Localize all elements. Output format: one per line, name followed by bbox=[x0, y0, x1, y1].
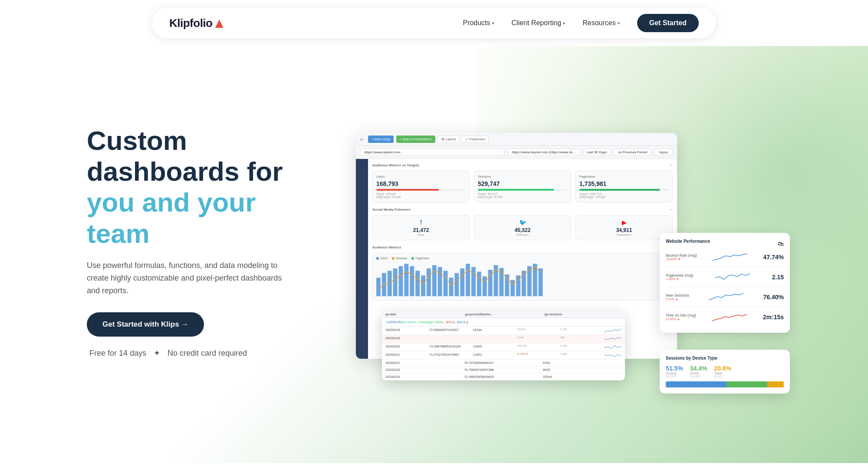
device-desktop: 51.5% Desktop 231,670 bbox=[666, 365, 683, 378]
mini-sparkline bbox=[604, 353, 621, 358]
social-facebook: f 21,472 Likes bbox=[372, 215, 470, 240]
device-bar-mobile bbox=[727, 381, 767, 387]
sessions-device-title: Sessions by Device Type bbox=[666, 356, 784, 361]
youtube-icon: ▶ bbox=[579, 219, 669, 226]
nav-item-resources[interactable]: Resources ▾ bbox=[582, 19, 619, 27]
navbar: Klipfolio▲ Products ▾ Client Reporting ▾… bbox=[152, 8, 716, 38]
nav-links: Products ▾ Client Reporting ▾ Resources … bbox=[463, 14, 699, 32]
perf-pageviews-sparkline bbox=[715, 271, 750, 282]
col-header-date: ga:date bbox=[385, 313, 462, 316]
tablet-label: Tablet bbox=[714, 372, 731, 375]
layout-button[interactable]: ⊞ Layout bbox=[438, 136, 459, 143]
add-klip-button[interactable]: + Add a Klip bbox=[368, 136, 394, 143]
nav-link-products[interactable]: Products ▾ bbox=[463, 19, 494, 27]
chevron-down-icon: ▾ bbox=[492, 21, 494, 26]
social-section-label: Social Media Followers ··· bbox=[372, 208, 673, 212]
perf-time-sparkline bbox=[712, 311, 747, 322]
nav-cta-button[interactable]: Get Started bbox=[637, 14, 699, 32]
perf-time-change: 21.62% ▲ bbox=[666, 318, 696, 321]
table-row: 20200219 2.54% 685 bbox=[382, 335, 625, 343]
website-performance-card: Website Performance 🛍 Bounce Rate (Avg) … bbox=[660, 233, 790, 333]
device-mobile: 34.4% Mobile 134,693 bbox=[690, 365, 707, 378]
mini-sparkline bbox=[604, 336, 621, 341]
mini-sparkline bbox=[604, 344, 621, 350]
svg-rect-16 bbox=[466, 264, 470, 296]
hero-text: Custom dashboards for you and your team … bbox=[87, 125, 312, 375]
metric-sessions-bar bbox=[478, 189, 567, 191]
facebook-icon: f bbox=[376, 219, 466, 226]
svg-rect-5 bbox=[404, 264, 408, 296]
nav-item-get-started[interactable]: Get Started bbox=[637, 14, 699, 32]
metric-users-value: 168,793 bbox=[376, 180, 466, 187]
perf-bounce-value: 47.74% bbox=[763, 254, 784, 261]
period2-select[interactable]: vs Previous Period bbox=[614, 149, 651, 156]
device-values: 51.5% Desktop 231,670 34.4% Mobile 134,6… bbox=[666, 365, 784, 378]
spreadsheet-card: ga:date ga:percentNewSe... ga:sessions L… bbox=[382, 311, 625, 380]
metric-sessions-target: Target: 482,917 bbox=[478, 192, 567, 195]
section-options-icon: ··· bbox=[670, 163, 673, 167]
fullscreen-button[interactable]: ⤢ Fullscreen bbox=[462, 136, 489, 143]
nav-item-client-reporting[interactable]: Client Reporting ▾ bbox=[512, 19, 566, 27]
svg-rect-15 bbox=[460, 268, 464, 296]
table-row: 20200218 73.58898357416327 16194 19.30% … bbox=[382, 327, 625, 335]
metric-pageviews-daily: Daily target: 125,000 bbox=[579, 195, 669, 198]
metrics-row: Users 168,793 Target: 169,043 Daily targ… bbox=[372, 171, 673, 202]
perf-pageviews-label: Pageviews (Avg) bbox=[666, 273, 694, 278]
mobile-count: 134,693 bbox=[690, 375, 707, 378]
svg-rect-0 bbox=[376, 278, 381, 296]
metric-sessions-daily: Daily target: 60,000 bbox=[478, 195, 567, 198]
metric-pageviews-target: Target: 1,565,724 bbox=[579, 192, 669, 195]
mobile-pct: 34.4% bbox=[690, 365, 707, 372]
add-powermetric-button[interactable]: + Add a PowerMetric bbox=[396, 136, 435, 143]
svg-rect-11 bbox=[438, 267, 442, 296]
period1-select[interactable]: Last 30 Days bbox=[583, 149, 611, 156]
perf-bounce-sparkline bbox=[713, 251, 747, 262]
perf-row-bounce: Bounce Rate (Avg) -30.60% ▼ 47.74% bbox=[666, 251, 784, 267]
table-row: 20200220 73.358788853316184 14929 709.49… bbox=[382, 343, 625, 351]
audience-chart: Users Sessions Pageviews bbox=[372, 253, 673, 301]
svg-rect-12 bbox=[444, 271, 448, 296]
nav-link-client-reporting[interactable]: Client Reporting ▾ bbox=[512, 19, 566, 27]
desktop-label: Desktop bbox=[666, 372, 683, 375]
svg-rect-14 bbox=[454, 273, 459, 296]
svg-rect-18 bbox=[477, 271, 481, 296]
url-full-display: https://www.skynet.com (https://www.sk..… bbox=[508, 149, 579, 156]
device-tablet: 20.8% Tablet 81,521 bbox=[714, 365, 731, 378]
hero-cta-note: Free for 14 days ✦ No credit card requir… bbox=[87, 347, 286, 360]
formula-function: LOOKUP( bbox=[386, 320, 402, 324]
perf-new-sessions-sparkline bbox=[709, 291, 743, 302]
legend-pageviews: Pageviews bbox=[411, 257, 429, 260]
nav-link-resources[interactable]: Resources ▾ bbox=[582, 19, 619, 27]
device-bar-chart bbox=[666, 381, 784, 387]
tablet-pct: 20.8% bbox=[714, 365, 731, 372]
youtube-value: 34,911 bbox=[579, 227, 669, 233]
svg-rect-19 bbox=[483, 276, 487, 296]
formula-bar: LOOKUP(&Column: Campaign name, @A:A, @B:… bbox=[382, 318, 625, 327]
perf-new-sessions-change: 0.41% ▲ bbox=[666, 298, 689, 301]
metric-pageviews-label: Pageviews bbox=[579, 175, 669, 179]
svg-rect-7 bbox=[415, 271, 420, 296]
svg-rect-13 bbox=[449, 278, 454, 296]
nav-item-products[interactable]: Products ▾ bbox=[463, 19, 494, 27]
perf-row-new-sessions: New Sessions 0.41% ▲ 76.40% bbox=[666, 291, 784, 307]
legend-users: Users bbox=[376, 257, 388, 260]
svg-rect-17 bbox=[471, 267, 476, 296]
social-row: f 21,472 Likes 🐦 45,322 Followers ▶ 34,9… bbox=[372, 215, 673, 240]
dashboard-toolbar: ⊳ + Add a Klip + Add a PowerMetric ⊞ Lay… bbox=[356, 133, 677, 146]
svg-rect-22 bbox=[499, 268, 503, 296]
apply-button[interactable]: Apply bbox=[654, 149, 673, 156]
spreadsheet-header: ga:date ga:percentNewSe... ga:sessions bbox=[382, 311, 625, 318]
chevron-down-icon: ▾ bbox=[563, 21, 565, 26]
perf-row-pageviews: Pageviews (Avg) -1.83% ▼ 2.15 bbox=[666, 271, 784, 287]
logo[interactable]: Klipfolio▲ bbox=[169, 15, 226, 31]
perf-pageviews-value: 2.15 bbox=[772, 274, 784, 281]
youtube-sublabel: Subscribers bbox=[579, 233, 669, 236]
metric-users-daily: Daily target: 30,000 bbox=[376, 195, 466, 198]
tablet-count: 81,521 bbox=[714, 375, 731, 378]
metric-sessions-label: Sessions bbox=[478, 175, 567, 179]
hero-cta-button[interactable]: Get Started with Klips → bbox=[87, 312, 204, 337]
svg-rect-8 bbox=[421, 275, 425, 296]
metric-users: Users 168,793 Target: 169,043 Daily targ… bbox=[372, 171, 470, 202]
formula-param3: @B:B bbox=[457, 320, 466, 324]
metric-pageviews-value: 1,735,981 bbox=[579, 180, 669, 187]
